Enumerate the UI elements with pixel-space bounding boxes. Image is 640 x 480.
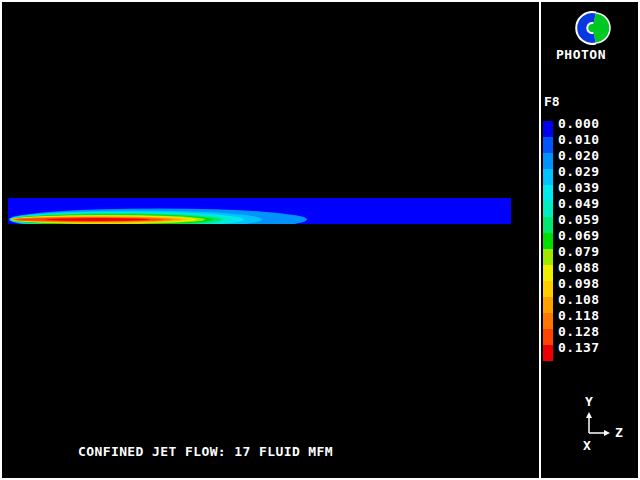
legend-value: 0.000 bbox=[558, 116, 600, 132]
photon-viewport: CONFINED JET FLOW: 17 FLUID MFM PHOTON F… bbox=[0, 0, 640, 480]
legend-value: 0.059 bbox=[558, 212, 600, 228]
legend-swatch bbox=[543, 121, 553, 137]
axis-z-arrowhead bbox=[604, 430, 610, 436]
legend-swatch bbox=[543, 281, 553, 297]
legend-swatch bbox=[543, 329, 553, 345]
legend-swatch bbox=[543, 217, 553, 233]
legend-value: 0.118 bbox=[558, 308, 600, 324]
panel-divider bbox=[539, 0, 541, 480]
legend-variable-label: F8 bbox=[544, 94, 560, 109]
legend-swatch bbox=[543, 345, 553, 361]
legend-swatch bbox=[543, 297, 553, 313]
brand-label: PHOTON bbox=[556, 47, 606, 62]
axis-z-label: Z bbox=[615, 425, 623, 440]
axis-y-label: Y bbox=[585, 394, 593, 409]
legend-value: 0.079 bbox=[558, 244, 600, 260]
legend-value: 0.098 bbox=[558, 276, 600, 292]
legend-value: 0.049 bbox=[558, 196, 600, 212]
legend-value: 0.029 bbox=[558, 164, 600, 180]
legend-value: 0.010 bbox=[558, 132, 600, 148]
legend-value: 0.069 bbox=[558, 228, 600, 244]
axis-y-arrowhead bbox=[586, 412, 592, 418]
legend-swatch bbox=[543, 185, 553, 201]
jet-strip bbox=[8, 198, 511, 224]
legend-value: 0.108 bbox=[558, 292, 600, 308]
legend-value: 0.137 bbox=[558, 340, 600, 356]
legend-swatch bbox=[543, 313, 553, 329]
legend-swatch bbox=[543, 233, 553, 249]
legend-swatch bbox=[543, 265, 553, 281]
contour-layer bbox=[46, 218, 150, 221]
legend-swatch bbox=[543, 249, 553, 265]
legend-value: 0.088 bbox=[558, 260, 600, 276]
legend-row: 0.137 bbox=[543, 345, 633, 361]
legend-swatch bbox=[543, 201, 553, 217]
plume-svg bbox=[8, 198, 511, 224]
legend-swatch bbox=[543, 169, 553, 185]
legend-value: 0.039 bbox=[558, 180, 600, 196]
photon-logo-icon bbox=[569, 8, 615, 48]
legend-value: 0.128 bbox=[558, 324, 600, 340]
axis-x-label: X bbox=[583, 438, 591, 453]
legend-swatch bbox=[543, 153, 553, 169]
legend-value: 0.020 bbox=[558, 148, 600, 164]
axis-triad-icon: Y Z X bbox=[575, 392, 627, 456]
plot-title: CONFINED JET FLOW: 17 FLUID MFM bbox=[78, 444, 333, 459]
legend-swatch bbox=[543, 137, 553, 153]
